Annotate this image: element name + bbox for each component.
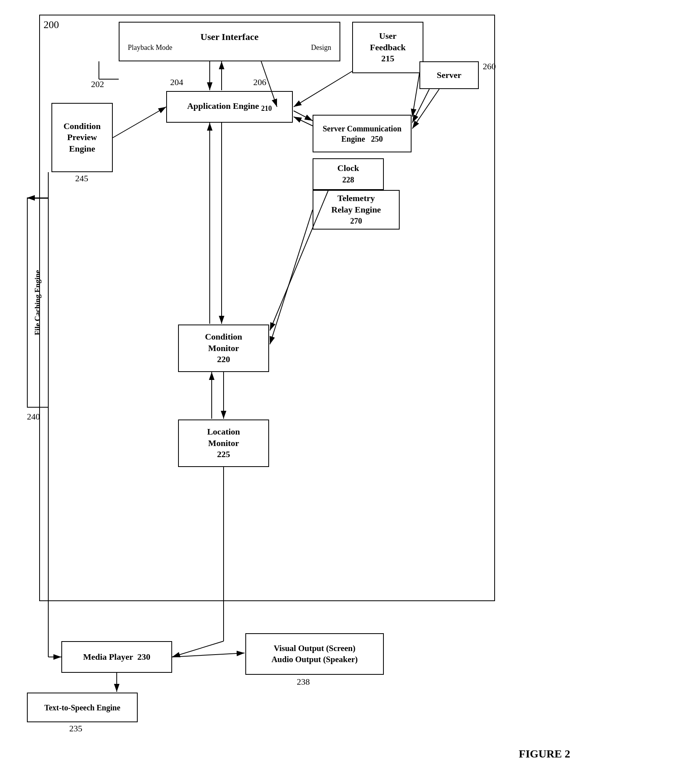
media-player-box: Media Player 230 (61, 641, 172, 673)
visual-audio-box: Visual Output (Screen)Audio Output (Spea… (245, 633, 384, 675)
user-feedback-box: UserFeedback215 (352, 22, 423, 73)
svg-line-25 (172, 641, 224, 657)
location-monitor-box: LocationMonitor225 (178, 420, 269, 467)
label-200: 200 (44, 19, 59, 31)
text-speech-box: Text-to-Speech Engine (27, 693, 138, 722)
media-player-label: Media Player 230 (83, 651, 150, 663)
svg-line-16 (412, 89, 439, 129)
application-engine-label: Application Engine 210 (187, 101, 272, 114)
visual-audio-label: Visual Output (Screen)Audio Output (Spea… (271, 643, 358, 665)
server-comm-box: Server CommunicationEngine 250 (313, 115, 412, 152)
label-238: 238 (297, 677, 310, 687)
ui-submodes: Playback ModeDesign (122, 43, 337, 52)
file-caching-label: File Caching Engine (33, 270, 43, 336)
telemetry-label: TelemetryRelay Engine270 (331, 193, 381, 227)
label-240: 240 (27, 412, 40, 422)
svg-line-26 (172, 653, 245, 657)
label-206: 206 (253, 77, 266, 87)
clock-box: Clock228 (313, 158, 384, 190)
condition-preview-label: ConditionPreviewEngine (63, 121, 101, 155)
condition-monitor-box: ConditionMonitor220 (178, 325, 269, 372)
label-260: 260 (483, 61, 496, 72)
text-speech-label: Text-to-Speech Engine (44, 702, 120, 713)
svg-line-23 (113, 107, 166, 138)
location-monitor-label: LocationMonitor225 (207, 426, 240, 460)
svg-line-10 (294, 71, 352, 107)
svg-line-18 (270, 210, 313, 344)
user-feedback-label: UserFeedback215 (370, 30, 406, 65)
label-204: 204 (170, 77, 183, 87)
clock-label: Clock228 (338, 163, 359, 185)
condition-monitor-label: ConditionMonitor220 (205, 331, 242, 365)
application-engine-box: Application Engine 210 (166, 91, 293, 123)
figure-label: FIGURE 2 (519, 748, 570, 760)
condition-preview-box: ConditionPreviewEngine (51, 103, 113, 172)
file-caching-box: File Caching Engine (27, 198, 49, 408)
svg-line-13 (294, 111, 313, 121)
server-label: Server (437, 70, 461, 81)
telemetry-box: TelemetryRelay Engine270 (313, 190, 400, 230)
label-245: 245 (75, 173, 88, 184)
label-235: 235 (69, 723, 82, 734)
label-202: 202 (91, 79, 104, 89)
server-comm-label: Server CommunicationEngine 250 (322, 123, 401, 144)
user-interface-box: User Interface Playback ModeDesign (119, 22, 340, 61)
user-interface-label: User Interface (201, 31, 259, 43)
svg-line-14 (412, 73, 419, 117)
server-box: Server (419, 61, 479, 89)
svg-line-12 (294, 117, 313, 126)
svg-line-15 (412, 89, 429, 123)
